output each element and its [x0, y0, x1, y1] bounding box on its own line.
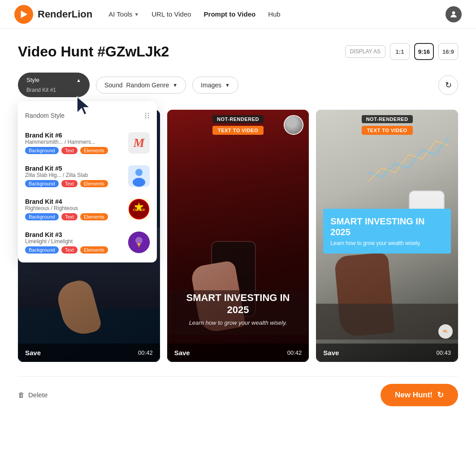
- card1-duration: 00:42: [138, 349, 153, 356]
- brand-kit-3-item[interactable]: Brand Kit #3 Limelight / Limelight Backg…: [18, 226, 157, 259]
- ratio-9-16[interactable]: 9:16: [414, 43, 434, 60]
- tag-text-3: Text: [61, 246, 78, 254]
- card1-bottom: Save 00:42: [18, 344, 160, 362]
- refresh-button[interactable]: ↻: [438, 75, 458, 95]
- card3-text-to-video: TEXT TO VIDEO: [362, 126, 413, 135]
- purple-circle-thumb-icon: 🏆: [128, 232, 150, 253]
- card2-bottom: Save 00:42: [167, 344, 309, 362]
- brand-kit-4-info: Brand Kit #4 Righteous / Righteous Backg…: [25, 198, 123, 220]
- svg-point-3: [135, 169, 143, 176]
- page-title: Video Hunt #GZwLJk2: [18, 43, 169, 60]
- style-btn-top: Style ▲: [26, 77, 81, 83]
- card1-save-button[interactable]: Save: [25, 349, 41, 357]
- brand-kit-3-thumb: 🏆: [128, 232, 150, 253]
- brand-kit-3-info: Brand Kit #3 Limelight / Limelight Backg…: [25, 231, 123, 254]
- display-as-label: DISPLAY AS: [345, 45, 385, 58]
- character-thumb-icon: [128, 165, 150, 187]
- refresh-icon: ↻: [445, 80, 452, 90]
- card2-not-rendered: NOT-RENDERED: [212, 115, 264, 123]
- brand-kit-6-tags: Background Text Elements: [25, 147, 123, 154]
- tag-background: Background: [25, 147, 59, 154]
- brand-kit-6-thumb: M: [128, 132, 150, 154]
- nav-prompt-to-video[interactable]: Prompt to Video: [204, 10, 256, 18]
- watermark: RL: [438, 324, 453, 339]
- new-hunt-button[interactable]: New Hunt! ↻: [381, 384, 458, 406]
- brand-kit-4-tags: Background Text Elements: [25, 213, 123, 220]
- tag-background-3: Background: [25, 246, 59, 254]
- sound-dropdown-button[interactable]: Sound Random Genre ▼: [96, 77, 186, 94]
- tag-elements-5: Elements: [80, 180, 108, 187]
- tag-text: Text: [61, 147, 78, 154]
- style-dropdown: Random Style ⁝⁝ Brand Kit #6 Hammersmith…: [18, 101, 157, 262]
- card2-duration: 00:42: [287, 349, 302, 356]
- card3-status-badge: NOT-RENDERED TEXT TO VIDEO: [316, 115, 458, 135]
- main-content: Video Hunt #GZwLJk2 DISPLAY AS 1:1 9:16 …: [0, 29, 476, 428]
- card2-status-badge: NOT-RENDERED TEXT TO VIDEO: [167, 115, 309, 135]
- brand-kit-4-thumb: BEST CHOICE: [128, 198, 150, 220]
- play-icon: [19, 9, 29, 19]
- brand-kit-5-title: Brand Kit #5: [25, 165, 123, 172]
- images-label: Images: [201, 82, 221, 89]
- tag-text-4: Text: [61, 213, 78, 220]
- user-icon: [449, 10, 458, 19]
- nav-ai-tools[interactable]: AI Tools ▼: [108, 10, 139, 18]
- style-dropdown-button[interactable]: Style ▲ Brand Kit #1: [18, 73, 90, 97]
- card2-text-overlay: SMART INVESTING IN 2025 Learn how to gro…: [167, 292, 309, 326]
- footer: 🗑 Delete New Hunt! ↻: [18, 376, 458, 413]
- svg-point-4: [133, 178, 145, 187]
- card2-sub-text: Learn how to grow your wealth wisely.: [176, 319, 300, 326]
- video-card-2: NOT-RENDERED TEXT TO VIDEO SMART INVESTI…: [167, 110, 309, 362]
- brand-kit-6-info: Brand Kit #6 Hammersmith... / Hammers...…: [25, 132, 123, 154]
- style-label: Style: [26, 77, 39, 83]
- logo[interactable]: RenderLion: [14, 5, 92, 24]
- navbar-left: RenderLion AI Tools ▼ URL to Video Promp…: [14, 5, 281, 24]
- new-hunt-label: New Hunt!: [395, 391, 433, 400]
- user-avatar[interactable]: [446, 6, 462, 22]
- card3-bottom: Save 00:43: [316, 344, 458, 362]
- ratio-1-1[interactable]: 1:1: [390, 43, 410, 60]
- brand-kit-4-item[interactable]: Brand Kit #4 Righteous / Righteous Backg…: [18, 193, 157, 226]
- watermark-text: RL: [443, 329, 448, 333]
- random-style-item[interactable]: Random Style ⁝⁝: [18, 105, 157, 126]
- images-dropdown-button[interactable]: Images ▼: [192, 77, 238, 94]
- card3-text-overlay: SMART INVESTING IN 2025 Learn how to gro…: [323, 209, 451, 254]
- tag-elements-3: Elements: [80, 246, 108, 254]
- video-card-3: NOT-RENDERED TEXT TO VIDEO SMART INVESTI…: [316, 110, 458, 362]
- tag-elements-4: Elements: [80, 213, 108, 220]
- brand-kit-5-item[interactable]: Brand Kit #5 Zilla Slab Hig... / Zilla S…: [18, 159, 157, 193]
- brand-kit-5-info: Brand Kit #5 Zilla Slab Hig... / Zilla S…: [25, 165, 123, 187]
- style-chevron-up: ▲: [76, 77, 81, 83]
- ai-tools-chevron: ▼: [134, 12, 139, 17]
- card3-save-button[interactable]: Save: [323, 349, 339, 357]
- svg-marker-0: [21, 10, 28, 18]
- brand-kit-6-thumb-letter: M: [134, 136, 145, 150]
- card2-save-button[interactable]: Save: [174, 349, 190, 357]
- brand-kit-5-thumb: [128, 165, 150, 187]
- ratio-16-9[interactable]: 16:9: [438, 43, 458, 60]
- brand-kit-5-tags: Background Text Elements: [25, 180, 123, 187]
- trash-icon: 🗑: [18, 391, 25, 399]
- card3-laptop: [316, 304, 458, 340]
- page-header: Video Hunt #GZwLJk2 DISPLAY AS 1:1 9:16 …: [18, 43, 458, 60]
- sound-chevron: ▼: [173, 82, 177, 88]
- delete-label: Delete: [28, 391, 48, 399]
- sound-value: Random Genre: [126, 82, 169, 89]
- style-value: Brand Kit #1: [26, 87, 56, 93]
- brand-kit-5-fonts: Zilla Slab Hig... / Zilla Slab: [25, 172, 123, 178]
- brand-kit-6-item[interactable]: Brand Kit #6 Hammersmith... / Hammers...…: [18, 126, 157, 159]
- card2-main-text: SMART INVESTING IN 2025: [176, 292, 300, 316]
- navbar: RenderLion AI Tools ▼ URL to Video Promp…: [0, 0, 476, 29]
- delete-button[interactable]: 🗑 Delete: [18, 391, 48, 399]
- card2-text-to-video: TEXT TO VIDEO: [212, 126, 264, 135]
- random-style-label: Random Style: [25, 112, 65, 119]
- card3-duration: 00:43: [436, 349, 451, 356]
- nav-links: AI Tools ▼ URL to Video Prompt to Video …: [108, 10, 280, 18]
- tag-text-5: Text: [61, 180, 78, 187]
- card3-sub-text: Learn how to grow your wealth wisely.: [330, 240, 444, 246]
- card3-main-text: SMART INVESTING IN 2025: [330, 216, 444, 237]
- nav-url-to-video[interactable]: URL to Video: [151, 10, 191, 18]
- chart-svg: [368, 128, 449, 190]
- brand-kit-6-title: Brand Kit #6: [25, 132, 123, 139]
- nav-hub[interactable]: Hub: [268, 10, 281, 18]
- best-choice-thumb-icon: BEST CHOICE: [128, 198, 150, 220]
